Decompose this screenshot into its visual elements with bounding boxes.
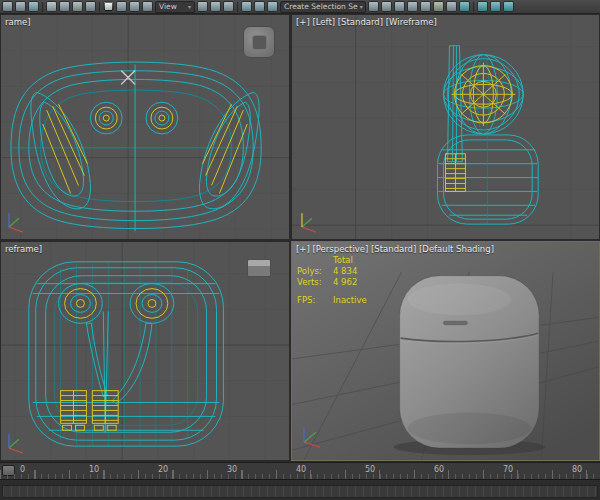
select-by-name-icon[interactable] bbox=[59, 1, 70, 12]
render-production-icon[interactable] bbox=[503, 1, 514, 12]
stats-polys-value: 4 834 bbox=[333, 266, 357, 277]
toolbar-separator bbox=[99, 2, 100, 12]
named-selection-sets-dropdown[interactable]: Create Selection Se▾ bbox=[280, 1, 366, 13]
select-and-place-icon[interactable] bbox=[142, 1, 153, 12]
toggle-scene-explorer-icon[interactable] bbox=[394, 1, 405, 12]
toggle-ribbon-icon[interactable] bbox=[420, 1, 431, 12]
angle-snap-toggle-icon[interactable] bbox=[254, 1, 265, 12]
viewport-perspective[interactable]: [+] [Perspective] [Standard] [Default Sh… bbox=[291, 241, 600, 461]
stats-polys-label: Polys: bbox=[297, 266, 333, 277]
track-bar-frame-label: 60 bbox=[434, 465, 444, 474]
stats-fps-label: FPS: bbox=[297, 295, 333, 306]
track-bar-frame-label: 10 bbox=[89, 465, 99, 474]
track-bar-frame-label: 50 bbox=[365, 465, 375, 474]
select-and-rotate-icon[interactable] bbox=[116, 1, 127, 12]
track-bar-frame-label: 0 bbox=[20, 465, 25, 474]
keyboard-shortcut-override-icon[interactable] bbox=[223, 1, 234, 12]
toolbar-separator bbox=[473, 2, 474, 12]
reference-coordinate-system-dropdown[interactable]: View▾ bbox=[155, 1, 195, 13]
mirror-icon[interactable] bbox=[368, 1, 379, 12]
select-and-manipulate-icon[interactable] bbox=[210, 1, 221, 12]
toolbar-separator bbox=[237, 2, 238, 12]
select-and-scale-icon[interactable] bbox=[129, 1, 140, 12]
render-setup-icon[interactable] bbox=[477, 1, 488, 12]
select-and-move-icon[interactable] bbox=[103, 1, 114, 12]
chevron-down-icon: ▾ bbox=[360, 3, 363, 10]
select-object-icon[interactable] bbox=[46, 1, 57, 12]
stats-fps-value: Inactive bbox=[333, 295, 367, 306]
main-toolbar: View▾Create Selection Se▾ bbox=[0, 0, 600, 14]
curve-editor-icon[interactable] bbox=[433, 1, 444, 12]
viewport-perspective-label[interactable]: [+] [Perspective] [Standard] [Default Sh… bbox=[296, 244, 494, 254]
track-bar-frame-label: 30 bbox=[227, 465, 237, 474]
stats-spacer bbox=[297, 255, 333, 266]
schematic-view-icon[interactable] bbox=[446, 1, 457, 12]
rectangular-selection-region-icon[interactable] bbox=[72, 1, 83, 12]
viewport-left-label[interactable]: [+] [Left] [Standard] [Wireframe] bbox=[296, 17, 437, 27]
stats-verts-value: 4 962 bbox=[333, 277, 357, 288]
wireframe-left-view[interactable] bbox=[292, 15, 599, 239]
case-hinge-notch bbox=[444, 321, 468, 324]
material-editor-icon[interactable] bbox=[459, 1, 470, 12]
axis-tripod bbox=[9, 434, 23, 453]
track-bar-frame-label: 70 bbox=[503, 465, 513, 474]
track-bar-frame-label: 20 bbox=[158, 465, 168, 474]
align-icon[interactable] bbox=[381, 1, 392, 12]
use-pivot-point-center-icon[interactable] bbox=[197, 1, 208, 12]
select-and-link-icon[interactable] bbox=[2, 1, 13, 12]
status-bar-band bbox=[2, 485, 598, 498]
stats-total-label: Total bbox=[333, 255, 353, 266]
window-crossing-toggle-icon[interactable] bbox=[85, 1, 96, 12]
toggle-layer-explorer-icon[interactable] bbox=[407, 1, 418, 12]
viewport-left[interactable]: [+] [Left] [Standard] [Wireframe] bbox=[291, 14, 600, 240]
toolbar-separator bbox=[42, 2, 43, 12]
viewcube-face[interactable] bbox=[252, 35, 267, 50]
status-bar bbox=[0, 479, 600, 500]
bind-to-space-warp-icon[interactable] bbox=[28, 1, 39, 12]
viewport-front[interactable]: reframe] bbox=[0, 241, 290, 461]
track-bar-frame-label: 80 bbox=[572, 465, 582, 474]
3ds-max-window: View▾Create Selection Se▾ bbox=[0, 0, 600, 500]
percent-snap-toggle-icon[interactable] bbox=[267, 1, 278, 12]
wireframe-front-view[interactable] bbox=[1, 242, 289, 460]
track-bar[interactable]: 01020304050607080 bbox=[0, 462, 600, 479]
chevron-down-icon: ▾ bbox=[188, 3, 191, 10]
viewport-statistics: Total Polys:4 834 Verts:4 962 FPS:Inacti… bbox=[297, 255, 367, 306]
viewport-top[interactable]: rame] bbox=[0, 14, 290, 240]
viewport-top-label[interactable]: rame] bbox=[5, 17, 31, 27]
stats-verts-label: Verts: bbox=[297, 277, 333, 288]
track-bar-frame-label: 40 bbox=[296, 465, 306, 474]
snaps-toggle-icon[interactable] bbox=[241, 1, 252, 12]
reference-coordinate-system-label: View bbox=[159, 2, 177, 11]
viewcube-mini[interactable] bbox=[247, 259, 271, 277]
unlink-selection-icon[interactable] bbox=[15, 1, 26, 12]
viewcube[interactable] bbox=[243, 26, 275, 58]
axis-tripod bbox=[302, 213, 316, 232]
named-selection-sets-label: Create Selection Se bbox=[284, 2, 358, 11]
rendered-frame-window-icon[interactable] bbox=[490, 1, 501, 12]
viewport-front-label[interactable]: reframe] bbox=[5, 244, 42, 254]
